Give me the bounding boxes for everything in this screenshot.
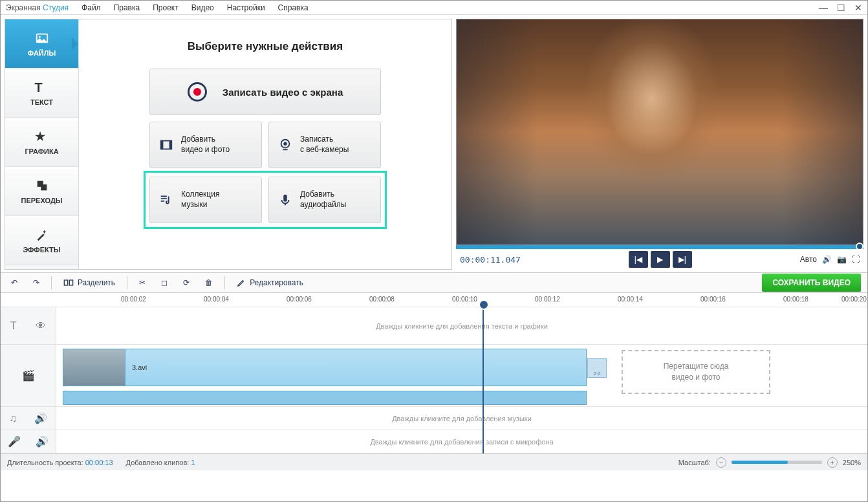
tab-graphics[interactable]: ★ ГРАФИКА xyxy=(5,118,78,167)
content-area: Выберите нужные действия Записать видео … xyxy=(79,19,451,269)
tab-files-label: ФАЙЛЫ xyxy=(28,49,56,57)
mic-track: 🎤🔊 Дважды кликните для добавления записи… xyxy=(1,430,867,453)
text-track-icon: T xyxy=(10,320,17,332)
zoom-in-button[interactable]: + xyxy=(827,457,838,468)
svg-point-8 xyxy=(283,142,287,146)
text-track: T👁 Дважды кликните для добавления текста… xyxy=(1,307,867,345)
music-collection-button[interactable]: Коллекциямузыки xyxy=(149,177,262,223)
tab-effects-label: ЭФФЕКТЫ xyxy=(23,246,60,254)
svg-point-1 xyxy=(38,36,40,38)
maximize-button[interactable]: ☐ xyxy=(837,3,845,13)
svg-rect-6 xyxy=(169,141,172,149)
save-video-button[interactable]: СОХРАНИТЬ ВИДЕО xyxy=(762,274,861,292)
snapshot-icon[interactable]: 📷 xyxy=(837,255,847,264)
clip-transition[interactable]: 2.0 xyxy=(587,358,607,378)
add-media-button[interactable]: Добавитьвидео и фото xyxy=(149,122,262,168)
music-track-body[interactable]: Дважды кликните для добавления музыки xyxy=(56,407,867,430)
clip-name: 3.avi xyxy=(132,364,147,371)
visibility-icon[interactable]: 👁 xyxy=(36,320,46,332)
progress-knob[interactable] xyxy=(856,243,863,250)
add-audio-button[interactable]: Добавитьаудиофайлы xyxy=(268,177,381,223)
text-track-body[interactable]: Дважды кликните для добавления текста и … xyxy=(56,307,867,344)
menu-video[interactable]: Видео xyxy=(191,3,214,12)
split-button[interactable]: Разделить xyxy=(60,275,119,290)
menu-help[interactable]: Справка xyxy=(278,3,309,12)
video-clip[interactable]: 3.avi 2.0 xyxy=(63,349,587,386)
webcam-icon xyxy=(278,138,292,152)
tab-graphics-label: ГРАФИКА xyxy=(25,147,58,155)
microphone-icon xyxy=(278,193,292,207)
tab-effects[interactable]: ЭФФЕКТЫ xyxy=(5,216,78,265)
mic-track-body[interactable]: Дважды кликните для добавления записи с … xyxy=(56,430,867,453)
video-track-body[interactable]: 3.avi 2.0 Перетащите сюдавидео и фото xyxy=(56,345,867,406)
fullscreen-icon[interactable]: ⛶ xyxy=(852,255,860,264)
clip-thumbnail xyxy=(63,349,125,386)
film-icon xyxy=(159,138,173,152)
volume-icon[interactable]: 🔊 xyxy=(822,255,832,264)
prev-frame-button[interactable]: |◀ xyxy=(629,251,648,268)
preview-video[interactable] xyxy=(456,19,863,245)
mic-volume-icon[interactable]: 🔊 xyxy=(36,435,49,448)
menubar: Экранная Студия Файл Правка Проект Видео… xyxy=(1,1,867,15)
app-title-b: Студия xyxy=(43,3,69,12)
audio-waveform[interactable] xyxy=(63,391,587,405)
tab-transitions[interactable]: ПЕРЕХОДЫ xyxy=(5,167,78,216)
edit-toolbar: ↶ ↷ Разделить ✂ ◻ ⟳ 🗑 Редактировать СОХР… xyxy=(1,272,867,293)
clips-info: Добавлено клипов: 1 xyxy=(126,459,195,466)
mic-track-icon: 🎤 xyxy=(8,435,21,448)
content-title: Выберите нужные действия xyxy=(188,40,343,53)
tracks-container: T👁 Дважды кликните для добавления текста… xyxy=(1,307,867,453)
statusbar: Длительность проекта: 00:00:13 Добавлено… xyxy=(1,453,867,470)
video-track: 🎬 3.avi 2.0 Перетащите сюдавидео и фото xyxy=(1,345,867,407)
music-volume-icon[interactable]: 🔊 xyxy=(34,412,47,424)
highlight-box: Коллекциямузыки Добавитьаудиофайлы xyxy=(144,171,387,229)
zoom-controls: Масштаб: − + 250% xyxy=(678,457,861,468)
window-controls: — ☐ ✕ xyxy=(819,3,862,13)
rotate-button[interactable]: ⟳ xyxy=(179,276,193,290)
undo-button[interactable]: ↶ xyxy=(7,276,21,290)
preview-auto-label[interactable]: Авто xyxy=(800,255,817,264)
music-track-icon: ♫ xyxy=(9,413,17,424)
menu-edit[interactable]: Правка xyxy=(114,3,140,12)
playhead[interactable] xyxy=(483,307,484,453)
next-frame-button[interactable]: ▶| xyxy=(673,251,692,268)
webcam-button[interactable]: Записатьс веб-камеры xyxy=(268,122,381,168)
app-title-a: Экранная xyxy=(6,3,41,12)
record-screen-label: Записать видео с экрана xyxy=(222,87,343,98)
cut-button[interactable]: ✂ xyxy=(135,276,149,290)
svg-rect-5 xyxy=(161,141,164,149)
redo-button[interactable]: ↷ xyxy=(29,276,43,290)
preview-panel: 00:00:11.047 |◀ ▶ ▶| Авто 🔊 📷 ⛶ xyxy=(456,19,863,270)
music-track: ♫🔊 Дважды кликните для добавления музыки xyxy=(1,407,867,430)
edit-button[interactable]: Редактировать xyxy=(233,276,307,290)
preview-progress[interactable] xyxy=(456,245,863,249)
tab-text-label: ТЕКСТ xyxy=(30,98,53,106)
tab-files[interactable]: ФАЙЛЫ xyxy=(5,19,78,69)
timeline-ruler[interactable]: 00:00:02 00:00:04 00:00:06 00:00:08 00:0… xyxy=(1,293,867,307)
svg-rect-11 xyxy=(69,280,72,285)
svg-rect-3 xyxy=(41,184,47,190)
split-icon xyxy=(63,278,74,288)
svg-rect-10 xyxy=(64,280,67,285)
record-icon xyxy=(188,82,207,102)
duration-info: Длительность проекта: 00:00:13 xyxy=(7,459,113,466)
menu-file[interactable]: Файл xyxy=(81,3,101,12)
menu-project[interactable]: Проект xyxy=(153,3,179,12)
tab-text[interactable]: T ТЕКСТ xyxy=(5,69,78,118)
play-button[interactable]: ▶ xyxy=(651,251,670,268)
minimize-button[interactable]: — xyxy=(819,3,828,13)
tab-transitions-label: ПЕРЕХОДЫ xyxy=(21,197,63,204)
edit-icon xyxy=(237,278,246,287)
crop-button[interactable]: ◻ xyxy=(157,276,171,290)
close-button[interactable]: ✕ xyxy=(854,3,862,13)
menu-settings[interactable]: Настройки xyxy=(227,3,265,12)
svg-rect-9 xyxy=(283,195,287,202)
timeline: 00:00:02 00:00:04 00:00:06 00:00:08 00:0… xyxy=(1,293,867,453)
preview-time: 00:00:11.047 xyxy=(460,255,521,265)
zoom-out-button[interactable]: − xyxy=(716,457,726,468)
video-dropzone[interactable]: Перетащите сюдавидео и фото xyxy=(622,350,770,394)
delete-button[interactable]: 🗑 xyxy=(201,276,217,290)
video-track-icon: 🎬 xyxy=(22,369,35,382)
record-screen-button[interactable]: Записать видео с экрана xyxy=(149,69,381,115)
zoom-slider[interactable] xyxy=(732,461,822,464)
